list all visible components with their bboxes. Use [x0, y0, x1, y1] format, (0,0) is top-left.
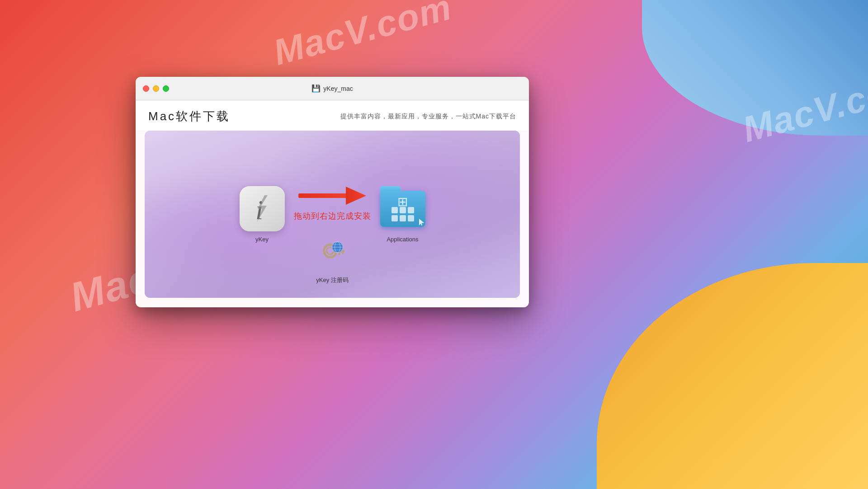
title-label: yKey_mac [323, 85, 353, 92]
maximize-button[interactable] [163, 85, 169, 92]
traffic-lights [143, 85, 169, 92]
header-title: Mac软件下载 [148, 108, 230, 124]
close-button[interactable] [143, 85, 149, 92]
grid-dot [408, 207, 414, 213]
applications-label: Applications [387, 236, 418, 243]
header-subtitle: 提供丰富内容，最新应用，专业服务，一站式Mac下载平台 [340, 113, 516, 121]
window-title: 💾 yKey_mac [311, 84, 353, 93]
applications-icon-container: ⊞ [380, 186, 425, 231]
applications-folder-icon: ⊞ [380, 186, 425, 227]
grid-dot [392, 215, 398, 221]
title-icon: 💾 [311, 84, 321, 93]
window-header: Mac软件下载 提供丰富内容，最新应用，专业服务，一站式Mac下载平台 [136, 100, 529, 131]
installer-area: i yKey [145, 131, 520, 298]
ykey-app-icon: i [240, 186, 285, 231]
installer-window: 💾 yKey_mac Mac软件下载 提供丰富内容，最新应用，专业服务，一站式M… [136, 77, 529, 307]
installer-content: i yKey [145, 131, 520, 298]
grid-dot [400, 215, 406, 221]
app-item-applications[interactable]: ⊞ Applications [380, 186, 425, 243]
svg-rect-2 [298, 193, 348, 198]
app-name-label: yKey [255, 236, 269, 243]
minimize-button[interactable] [153, 85, 159, 92]
grid-dot [408, 215, 414, 221]
folder-app-symbol: ⊞ [397, 194, 408, 209]
arrow-section: 拖动到右边完成安装 [294, 184, 371, 221]
ykey-icon-svg: i [249, 193, 276, 225]
grid-dot [392, 207, 398, 213]
drag-label: 拖动到右边完成安装 [294, 211, 371, 221]
folder-body: ⊞ [380, 191, 425, 227]
app-item-ykey[interactable]: i yKey [240, 186, 285, 243]
titlebar: 💾 yKey_mac [136, 77, 529, 100]
svg-marker-3 [346, 187, 366, 205]
drag-arrow-icon [296, 184, 368, 207]
